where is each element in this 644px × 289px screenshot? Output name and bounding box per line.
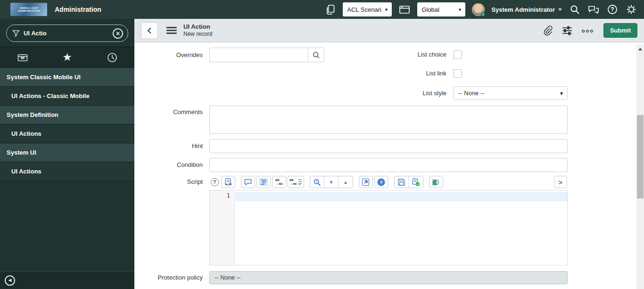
application-navigator: × ★ System Classic Mobile UI UI Actions …	[0, 19, 134, 289]
tab-history[interactable]	[90, 47, 134, 67]
comments-textarea[interactable]	[209, 106, 568, 134]
navigator-filter: ×	[0, 19, 134, 47]
form-body: Overrides List choice List link List sty…	[134, 42, 644, 289]
script-code-editor[interactable]: 1	[209, 190, 568, 265]
find-previous-button[interactable]: ▲	[339, 176, 353, 188]
line-number: 1	[227, 192, 230, 199]
tab-favorites[interactable]: ★	[45, 47, 90, 67]
form-header-bar: UI Action New record ooo Submit	[134, 19, 644, 42]
company-logo[interactable]: VISIBLE LIGHT COMMUNICATION	[10, 3, 47, 16]
protection-policy-value: -- None --	[215, 274, 241, 281]
condition-input[interactable]	[209, 158, 568, 172]
replace-button[interactable]: ab →ac	[272, 176, 286, 188]
application-scope-picker[interactable]: Global ▾	[417, 2, 465, 17]
user-name-label: System Administrator	[491, 6, 555, 13]
tab-all-applications[interactable]	[0, 47, 45, 67]
nav-item-ui-actions-system-ui[interactable]: UI Actions	[0, 162, 134, 181]
chevron-down-icon: ▾	[385, 7, 388, 13]
vertical-scrollbar[interactable]	[636, 44, 644, 289]
nav-item-ui-actions-definition[interactable]: UI Actions	[0, 124, 134, 143]
save-and-check-button[interactable]	[409, 176, 423, 188]
user-avatar[interactable]	[472, 3, 485, 16]
application-picker-icon[interactable]	[398, 3, 411, 16]
filter-clear-button[interactable]: ×	[113, 28, 123, 39]
nav-item-ui-actions-classic-mobile[interactable]: UI Actions - Classic Mobile	[0, 87, 134, 106]
replace-all-lines-icon	[298, 179, 302, 185]
comment-bubble-icon	[244, 178, 252, 186]
global-search-icon[interactable]	[569, 3, 581, 16]
nav-section-system-classic-mobile-ui[interactable]: System Classic Mobile UI	[0, 68, 134, 87]
chevron-down-icon: ▾	[560, 90, 563, 97]
replace-all-icon: ab →ac	[289, 178, 297, 186]
caret-down-icon	[558, 8, 562, 11]
connect-chat-icon[interactable]	[587, 3, 600, 16]
list-choice-label: List choice	[370, 50, 446, 59]
banner-controls: ACL Scenari ▾ Global ▾ System Administra…	[324, 2, 637, 17]
update-set-picker[interactable]: ACL Scenari ▾	[343, 2, 392, 17]
form-context-menu-icon[interactable]	[166, 27, 177, 34]
script-debugger-button[interactable]	[429, 176, 443, 188]
condition-label: Condition	[134, 158, 203, 172]
hint-input[interactable]	[209, 139, 568, 153]
svg-text:?: ?	[611, 6, 614, 13]
replace-icon: ab →ac	[275, 178, 283, 186]
attachment-paperclip-icon[interactable]	[543, 25, 553, 36]
personalize-form-sliders-icon[interactable]	[562, 26, 572, 35]
help-icon[interactable]: ?	[606, 3, 619, 16]
presence-indicator	[481, 12, 485, 17]
search-in-script-button[interactable]	[310, 176, 324, 188]
logo-text: VISIBLE LIGHT COMMUNICATION	[10, 7, 47, 12]
overrides-input[interactable]	[209, 48, 308, 62]
scope-value: Global	[421, 6, 439, 13]
toggle-comment-button[interactable]	[241, 176, 255, 188]
form-title: UI Action	[183, 23, 212, 31]
gear-icon[interactable]	[625, 3, 637, 16]
scrollbar-thumb[interactable]	[637, 115, 644, 198]
protection-policy-label: Protection policy	[134, 271, 203, 284]
expand-toolbar-button[interactable]: >	[554, 176, 567, 188]
script-editor-help-button[interactable]: ?	[374, 176, 388, 188]
filter-input[interactable]	[24, 30, 113, 37]
format-code-button[interactable]	[256, 176, 271, 188]
form-header-actions: ooo Submit	[543, 23, 637, 38]
list-link-checkbox[interactable]	[454, 69, 462, 78]
archive-box-icon	[17, 52, 28, 62]
clock-icon	[107, 52, 117, 63]
chevron-up-icon: ▲	[343, 180, 348, 185]
update-set-icon[interactable]	[324, 3, 336, 16]
find-next-button[interactable]: ▼	[324, 176, 339, 188]
list-style-select[interactable]: -- None -- ▾	[454, 86, 568, 100]
nav-section-system-definition[interactable]: System Definition	[0, 106, 134, 124]
filter-box: ×	[6, 25, 128, 42]
main-content: UI Action New record ooo Submit Overrid	[134, 19, 644, 289]
bug-icon	[431, 178, 440, 186]
star-icon: ★	[62, 52, 72, 63]
top-banner: VISIBLE LIGHT COMMUNICATION Administrati…	[0, 0, 644, 19]
collapse-navigator-button[interactable]: ◀	[5, 275, 15, 286]
comments-label: Comments	[134, 108, 203, 116]
chevron-left-icon	[146, 27, 153, 34]
navigator-results: System Classic Mobile UI UI Actions - Cl…	[0, 68, 134, 181]
list-style-value: -- None --	[458, 90, 485, 97]
syntax-check-button[interactable]	[221, 176, 235, 188]
submit-button[interactable]: Submit	[603, 23, 637, 38]
more-options-button[interactable]: ooo	[582, 28, 594, 33]
open-in-new-window-button[interactable]	[359, 176, 373, 188]
close-icon: ×	[116, 30, 120, 37]
overrides-lookup-button[interactable]	[308, 48, 324, 62]
save-script-button[interactable]	[395, 176, 409, 188]
active-line-highlight	[235, 192, 567, 201]
overrides-reference-field	[209, 48, 324, 62]
scroll-up-arrow-icon[interactable]	[638, 48, 642, 50]
back-button[interactable]	[141, 22, 158, 39]
list-choice-checkbox[interactable]	[454, 50, 462, 59]
help-icon: ?	[211, 178, 219, 186]
nav-section-system-ui[interactable]: System UI	[0, 143, 134, 162]
editor-gutter: 1	[210, 190, 235, 265]
replace-all-button[interactable]: ab →ac	[288, 176, 304, 188]
script-help-button[interactable]: ?	[209, 178, 220, 186]
form-title-block: UI Action New record	[183, 23, 212, 38]
hint-label: Hint	[134, 139, 203, 153]
user-menu[interactable]: System Administrator	[491, 6, 562, 13]
list-link-label: List link	[370, 69, 446, 78]
